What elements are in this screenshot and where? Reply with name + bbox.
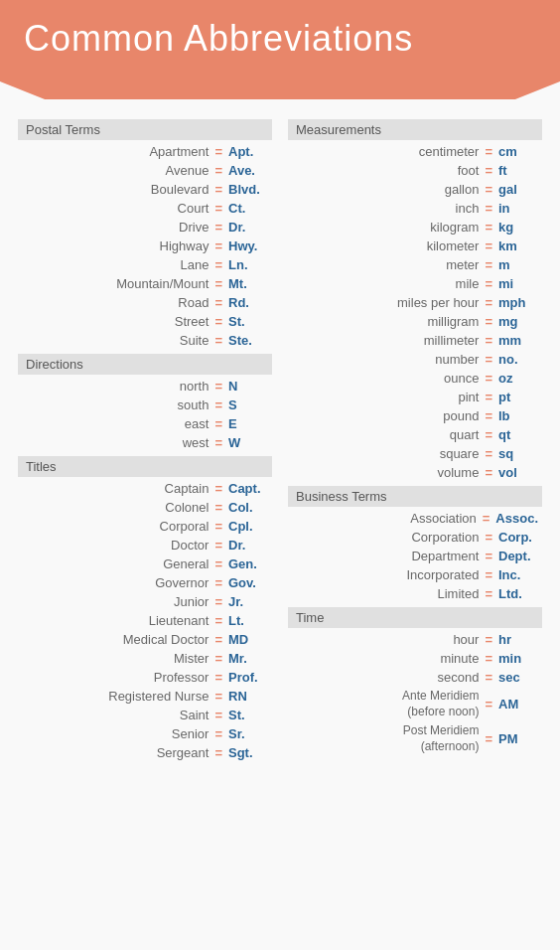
equals-sign: = xyxy=(485,352,492,367)
equals-sign: = xyxy=(485,651,492,666)
term-label: pint xyxy=(292,390,479,404)
section-header-postal: Postal Terms xyxy=(18,119,272,140)
abbreviation: Dr. xyxy=(228,220,268,235)
abbr-row: Senior=Sr. xyxy=(18,724,272,743)
abbreviation: Ave. xyxy=(228,163,268,178)
term-label: ounce xyxy=(292,371,479,386)
abbr-row: Department=Dept. xyxy=(288,547,542,565)
abbr-row: Association=Assoc. xyxy=(288,509,542,528)
abbr-row: Apartment=Apt. xyxy=(18,142,272,161)
term-label: Doctor xyxy=(22,538,209,553)
abbreviation: lb xyxy=(498,408,538,423)
abbr-row: quart=qt xyxy=(288,425,542,444)
equals-sign: = xyxy=(214,379,222,394)
equals-sign: = xyxy=(485,390,492,404)
equals-sign: = xyxy=(214,745,222,760)
abbreviation: PM xyxy=(498,731,538,746)
term-label: south xyxy=(22,397,209,412)
term-label: kilometer xyxy=(292,238,479,253)
equals-sign: = xyxy=(485,586,492,601)
abbreviation: mph xyxy=(498,295,538,310)
section-header-titles: Titles xyxy=(18,456,272,477)
equals-sign: = xyxy=(485,257,492,272)
term-label: Post Meridiem (afternoon) xyxy=(292,723,479,754)
abbr-row: Lane=Ln. xyxy=(18,255,272,274)
term-label: Registered Nurse xyxy=(22,689,209,704)
equals-sign: = xyxy=(485,220,492,235)
abbreviation: Inc. xyxy=(498,567,538,582)
equals-sign: = xyxy=(214,314,222,329)
abbreviation: kg xyxy=(498,220,538,235)
term-label: Street xyxy=(22,314,209,329)
abbr-row: gallon=gal xyxy=(288,180,542,199)
abbreviation: qt xyxy=(498,427,538,442)
equals-sign: = xyxy=(214,163,222,178)
abbr-row: miles per hour=mph xyxy=(288,293,542,312)
equals-sign: = xyxy=(485,670,492,685)
abbreviation: sec xyxy=(498,670,538,685)
abbreviation: vol xyxy=(498,465,538,480)
abbreviation: oz xyxy=(498,371,538,386)
section-postal: Postal TermsApartment=Apt.Avenue=Ave.Bou… xyxy=(18,119,272,350)
equals-sign: = xyxy=(485,446,492,461)
abbreviation: hr xyxy=(498,632,538,647)
term-label: Captain xyxy=(22,481,209,496)
equals-sign: = xyxy=(485,182,492,197)
abbreviation: Capt. xyxy=(228,481,268,496)
term-label: volume xyxy=(292,465,479,480)
abbr-row: volume=vol xyxy=(288,463,542,482)
abbr-row: kilometer=km xyxy=(288,237,542,255)
equals-sign: = xyxy=(485,731,492,746)
equals-sign: = xyxy=(214,220,222,235)
abbr-row: Incorporated=Inc. xyxy=(288,565,542,584)
equals-sign: = xyxy=(214,519,222,534)
term-label: Apartment xyxy=(22,144,209,159)
abbr-row: number=no. xyxy=(288,350,542,369)
abbr-row: Sergeant=Sgt. xyxy=(18,743,272,762)
equals-sign: = xyxy=(214,538,222,553)
equals-sign: = xyxy=(214,182,222,197)
term-label: Saint xyxy=(22,708,209,722)
abbr-row: centimeter=cm xyxy=(288,142,542,161)
abbr-row: millimeter=mm xyxy=(288,331,542,350)
term-label: Governor xyxy=(22,575,209,590)
abbr-row: Corporation=Corp. xyxy=(288,528,542,547)
term-label: Incorporated xyxy=(292,567,479,582)
section-measurements: Measurementscentimeter=cmfoot=ftgallon=g… xyxy=(288,119,542,482)
abbreviation: Hwy. xyxy=(228,238,268,253)
abbreviation: Mt. xyxy=(228,276,268,291)
abbr-row: Highway=Hwy. xyxy=(18,237,272,255)
abbr-row: Boulevard=Blvd. xyxy=(18,180,272,199)
abbreviation: pt xyxy=(498,390,538,404)
content: Postal TermsApartment=Apt.Avenue=Ave.Bou… xyxy=(0,91,560,776)
abbr-row: Doctor=Dr. xyxy=(18,536,272,554)
abbreviation: sq xyxy=(498,446,538,461)
abbr-row: minute=min xyxy=(288,649,542,668)
abbreviation: Ln. xyxy=(228,257,268,272)
equals-sign: = xyxy=(214,295,222,310)
abbreviation: Sgt. xyxy=(228,745,268,760)
abbreviation: Corp. xyxy=(498,530,538,545)
abbr-row: Mountain/Mount=Mt. xyxy=(18,274,272,293)
equals-sign: = xyxy=(214,575,222,590)
term-label: Highway xyxy=(22,238,209,253)
section-header-time: Time xyxy=(288,607,542,628)
abbr-row: Limited=Ltd. xyxy=(288,584,542,603)
equals-sign: = xyxy=(214,416,222,431)
section-header-measurements: Measurements xyxy=(288,119,542,140)
abbr-row: milligram=mg xyxy=(288,312,542,331)
header: Common Abbreviations xyxy=(0,0,560,81)
abbr-row: second=sec xyxy=(288,668,542,687)
section-directions: Directionsnorth=Nsouth=Seast=Ewest=W xyxy=(18,354,272,452)
term-label: Colonel xyxy=(22,500,209,515)
term-label: General xyxy=(22,556,209,571)
abbreviation: MD xyxy=(228,632,268,647)
equals-sign: = xyxy=(485,697,492,712)
equals-sign: = xyxy=(214,276,222,291)
term-label: Suite xyxy=(22,333,209,348)
equals-sign: = xyxy=(485,408,492,423)
term-label: kilogram xyxy=(292,220,479,235)
term-label: millimeter xyxy=(292,333,479,348)
equals-sign: = xyxy=(485,567,492,582)
abbreviation: Mr. xyxy=(228,651,268,666)
